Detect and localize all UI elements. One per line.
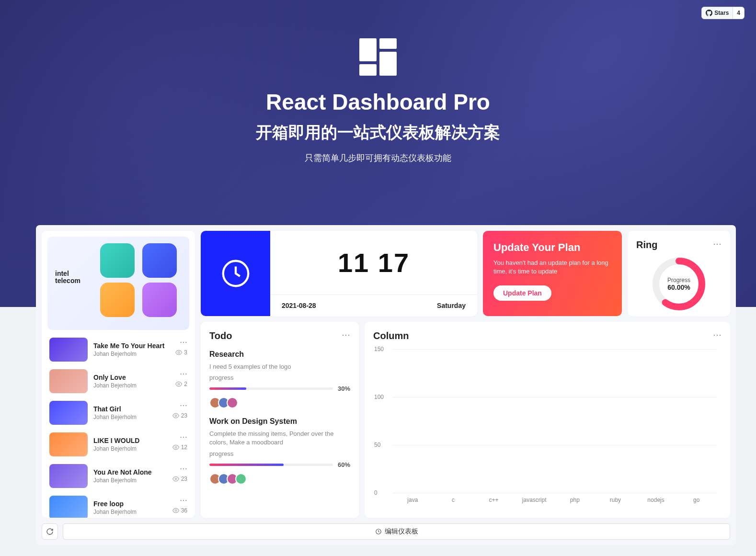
card-clock[interactable]: 11 17 2021-08-28 Saturday: [201, 231, 477, 316]
music-item-more-icon[interactable]: ⋯: [180, 339, 187, 346]
music-item-more-icon[interactable]: ⋯: [180, 497, 187, 504]
card-music-list[interactable]: intel telecom Take Me To Your Heart Joha…: [42, 231, 195, 518]
music-item-more-icon[interactable]: ⋯: [180, 370, 187, 378]
card-update-plan[interactable]: Update Your Plan You haven't had an upda…: [483, 231, 622, 316]
update-title: Update Your Plan: [493, 241, 611, 254]
chart-grid-line: [392, 493, 717, 493]
music-thumb: [49, 401, 88, 425]
music-item-more-icon[interactable]: ⋯: [180, 433, 187, 441]
todo-section: Research I need 5 examples of the logo p…: [209, 350, 350, 408]
music-item-artist: Johan Bejerholm: [93, 382, 187, 389]
music-thumb: [49, 464, 88, 488]
card-todo[interactable]: Todo ⋯ Research I need 5 examples of the…: [201, 322, 359, 518]
update-plan-button[interactable]: Update Plan: [493, 285, 551, 301]
chart-y-tick: 0: [374, 489, 378, 496]
todo-progress-bar: [209, 464, 333, 466]
dashboard-board: intel telecom Take Me To Your Heart Joha…: [36, 225, 736, 545]
music-item-more-icon[interactable]: ⋯: [180, 402, 187, 409]
refresh-icon: [46, 528, 54, 535]
svg-point-4: [178, 352, 180, 353]
eye-icon: [172, 507, 179, 514]
svg-point-5: [178, 383, 180, 385]
music-item[interactable]: You Are Not Alone Johan Bejerholm ⋯ 23: [47, 460, 189, 492]
music-item-title: Only Love: [93, 374, 187, 381]
todo-avatars: [209, 473, 350, 485]
music-list: Take Me To Your Heart Johan Bejerholm ⋯ …: [47, 334, 189, 518]
svg-rect-1: [379, 38, 397, 49]
todo-progress-percent: 60%: [338, 461, 350, 468]
music-item[interactable]: Take Me To Your Heart Johan Bejerholm ⋯ …: [47, 334, 189, 365]
svg-point-8: [175, 478, 177, 480]
ring-title: Ring: [636, 239, 722, 250]
chart-x-tick: c++: [474, 497, 513, 503]
hero-subtitle: 开箱即用的一站式仪表板解决方案: [0, 122, 756, 144]
todo-more-icon[interactable]: ⋯: [342, 330, 350, 339]
todo-item-desc: Complete the missing items, Ponder over …: [209, 430, 350, 447]
music-item-views: 12: [172, 444, 187, 451]
chart-y-tick: 100: [374, 394, 384, 400]
music-item[interactable]: Only Love Johan Bejerholm ⋯ 2: [47, 365, 189, 397]
svg-rect-2: [379, 52, 397, 76]
column-chart-area: 050100150javacc++javascriptphprubynodejs…: [392, 349, 717, 493]
svg-point-9: [175, 510, 177, 511]
tile-list-icon: [142, 243, 177, 278]
music-item[interactable]: LIKE I WOULD Johan Bejerholm ⋯ 12: [47, 429, 189, 460]
todo-progress-bar: [209, 387, 333, 390]
ring-more-icon[interactable]: ⋯: [713, 239, 722, 248]
product-logo-icon: [359, 38, 397, 76]
chart-y-tick: 50: [374, 442, 380, 448]
music-brand: intel telecom: [55, 270, 80, 285]
column-more-icon[interactable]: ⋯: [713, 330, 722, 339]
music-item-artist: Johan Bejerholm: [93, 351, 187, 357]
chart-x-tick: ruby: [596, 497, 635, 503]
svg-rect-0: [359, 38, 377, 61]
tile-touch-icon: [100, 283, 135, 317]
dashboard-icon: [375, 528, 382, 535]
music-item-views: 23: [172, 476, 187, 482]
ring-percent: 60.00%: [667, 284, 690, 291]
music-item-title: Take Me To Your Heart: [93, 342, 187, 350]
todo-progress-label: progress: [209, 374, 350, 381]
eye-icon: [172, 444, 179, 451]
chart-x-tick: java: [393, 497, 432, 503]
music-thumb: [49, 369, 88, 393]
clock-icon-panel: [201, 231, 270, 316]
edit-dashboard-button[interactable]: 编辑仪表板: [63, 523, 730, 540]
clock-icon: [219, 257, 252, 290]
ring-label: Progress: [667, 277, 690, 284]
music-hero-banner: intel telecom: [47, 237, 189, 330]
music-item[interactable]: Free loop Johan Bejerholm ⋯ 36: [47, 492, 189, 518]
eye-icon: [175, 349, 182, 356]
card-ring-progress[interactable]: Ring ⋯ Progress 60.00%: [628, 231, 730, 316]
todo-avatars: [209, 397, 350, 408]
tile-purple-icon: [142, 283, 177, 317]
hero-description: 只需简单几步即可拥有动态仪表板功能: [0, 152, 756, 164]
refresh-button[interactable]: [42, 523, 58, 540]
edit-dashboard-label: 编辑仪表板: [385, 527, 418, 536]
chart-x-tick: c: [434, 497, 472, 503]
tile-chart-icon: [100, 243, 135, 278]
eye-icon: [172, 412, 179, 419]
music-item-views: 3: [175, 349, 187, 356]
eye-icon: [175, 381, 182, 387]
chart-x-tick: nodejs: [636, 497, 675, 503]
music-item[interactable]: That Girl Johan Bejerholm ⋯ 23: [47, 397, 189, 429]
dashboard-grid: intel telecom Take Me To Your Heart Joha…: [42, 231, 730, 518]
todo-progress-percent: 30%: [338, 385, 350, 392]
todo-item-title: Work on Design System: [209, 417, 350, 426]
card-column-chart[interactable]: Column ⋯ 050100150javacc++javascriptphpr…: [365, 322, 730, 518]
svg-point-7: [175, 446, 177, 448]
clock-time: 11 17: [270, 231, 477, 295]
svg-point-6: [175, 415, 177, 417]
todo-progress-label: progress: [209, 450, 350, 457]
avatar: [235, 473, 247, 485]
todo-item-desc: I need 5 examples of the logo: [209, 363, 350, 371]
hero-title: React Dashboard Pro: [0, 89, 756, 115]
music-item-more-icon[interactable]: ⋯: [180, 465, 187, 473]
music-item-views: 36: [172, 507, 187, 514]
dashboard-bottom-bar: 编辑仪表板: [42, 523, 730, 540]
clock-date: 2021-08-28: [282, 302, 316, 309]
music-item-views: 2: [175, 381, 187, 387]
todo-section: Work on Design System Complete the missi…: [209, 417, 350, 484]
music-thumb: [49, 338, 88, 362]
